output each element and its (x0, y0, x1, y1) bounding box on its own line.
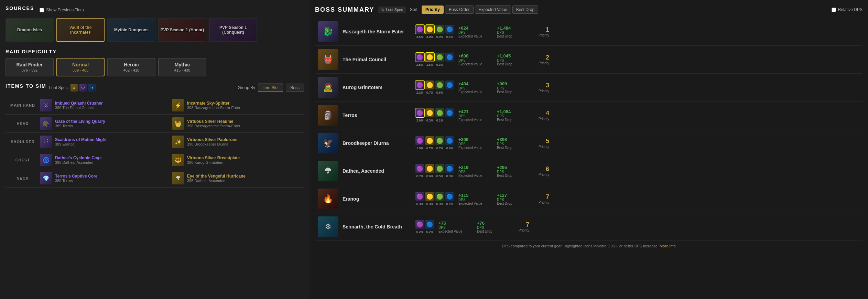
sources-title: SOURCES (6, 6, 34, 11)
boss-portrait: 🦅 (318, 133, 338, 153)
boss-best-drop: +909 DPS Best Drop (497, 81, 531, 94)
diff-mythic[interactable]: Mythic 415 - 430 (158, 58, 206, 76)
footer-note: DPS compared to your current gear. Highl… (315, 241, 862, 251)
item-cell: 🌀 Dathea's Cyclonic Cage 395 Dathea, Asc… (40, 154, 172, 166)
diff-raid-finder[interactable]: Raid Finder 376 - 392 (6, 58, 54, 76)
boss-icon: 🔵 (445, 53, 454, 62)
boss-icons: 🟣 🟡 🟢 🔵 1.0% 0.7% 0.7% 0.6% (415, 136, 454, 150)
item-sub: 395 Dathea, Ascended (55, 160, 102, 164)
more-info-link[interactable]: More Info (660, 244, 675, 248)
boss-icon: 🟡 (425, 108, 434, 117)
table-row: CHEST 🌀 Dathea's Cyclonic Cage 395 Dathe… (6, 151, 304, 169)
boss-expected-value: +115 DPS Expected Value (458, 193, 493, 205)
group-by-boss[interactable]: Boss (286, 84, 304, 92)
item-info: Imbued Qalashi Crusher 389 The Primal Co… (55, 101, 103, 110)
slot-label-main-hand: MAIN HAND (6, 103, 40, 107)
loot-spec-icon-3[interactable]: ✦ (88, 84, 96, 92)
item-sub: 398 Raszageth the Storm-Eater (187, 124, 240, 128)
boss-icon: 🟢 (435, 136, 444, 145)
loot-spec-label: Loot Spec (49, 85, 68, 90)
item-sub: 398 Kurog Grimtotem (187, 160, 240, 164)
relative-dps-toggle[interactable]: Relative DPS (832, 7, 862, 12)
boss-icon: 🟡 (425, 53, 434, 62)
boss-icon: 🟣 (415, 53, 424, 62)
item-icon: 🌪 (172, 172, 184, 184)
source-tile-vault[interactable]: Vault of the Incarnates (56, 18, 105, 42)
source-tile-pvp-honor[interactable]: PVP Season 1 (Honor) (158, 18, 206, 42)
boss-portrait: 🗿 (318, 105, 338, 126)
boss-icon: 🔵 (445, 136, 454, 145)
show-previous-checkbox[interactable] (40, 8, 44, 12)
sort-best-drop-btn[interactable]: Best Drop (512, 6, 538, 14)
boss-name: Dathea, Ascended (343, 168, 411, 174)
item-cell: ⚔ Imbued Qalashi Crusher 389 The Primal … (40, 99, 172, 111)
boss-expected-value: +608 DPS Expected Value (458, 53, 493, 66)
item-info: Terros's Captive Core 389 Terros (55, 174, 97, 183)
source-tile-pvp-conquest[interactable]: PVP Season 1 (Conquest) (209, 18, 257, 42)
boss-expected-value: +219 DPS Expected Value (458, 165, 493, 178)
boss-priority: 6 Priority (535, 165, 549, 177)
boss-icons: 🟣 🟡 🟢 🔵 2.5% 1.6% 0.3% (415, 53, 454, 66)
boss-icon: 🔵 (445, 164, 454, 173)
boss-icon: 🟣 (415, 136, 424, 145)
source-tiles-container: Dragon Isles Vault of the Incarnates Myt… (6, 18, 304, 42)
sort-expected-value-btn[interactable]: Expected Value (475, 6, 511, 14)
boss-portrait: 🐉 (318, 21, 338, 42)
item-sub: 389 Terros (55, 124, 105, 128)
boss-summary-header: BOSS SUMMARY ⚔ Loot Spec Sort Priority B… (315, 6, 862, 14)
source-tile-dragon-isles[interactable]: Dragon Isles (6, 18, 54, 42)
boss-row-raszageth: 🐉 Raszageth the Storm-Eater 🟣 🟡 🟢 🔵 3.5%… (315, 18, 862, 46)
boss-row-sennarth: ❄ Sennarth, the Cold Breath 🟣 🔵 0.2% 0.2… (315, 213, 862, 241)
boss-icon: 🟣 (415, 25, 424, 34)
item-icon: 🌀 (40, 154, 52, 166)
boss-icons: 🟣 🟡 🟢 🔵 0.7% 0.6% 0.5% 0.3% (415, 164, 454, 178)
loot-spec-badge-label: Loot Spec (386, 8, 403, 12)
diff-heroic[interactable]: Heroic 402 - 418 (107, 58, 155, 76)
items-table: MAIN HAND ⚔ Imbued Qalashi Crusher 389 T… (6, 96, 304, 188)
diff-normal[interactable]: Normal 389 - 405 (56, 58, 105, 76)
show-previous-tiers-toggle[interactable]: Show Previous Tiers (40, 8, 84, 12)
sources-section-header: SOURCES Show Previous Tiers (6, 6, 304, 14)
group-by-item-slot[interactable]: Item Slot (258, 84, 283, 92)
slot-label-chest: CHEST (6, 158, 40, 162)
item-name: Gaze of the Living Quarry (55, 119, 105, 124)
items-to-sim-title: ITEMS TO SIM (6, 83, 46, 89)
raid-difficulty-section: RAID DIFFICULTY Raid Finder 376 - 392 No… (6, 49, 304, 76)
boss-name: Sennarth, the Cold Breath (343, 224, 411, 229)
boss-row-primal-council: 👹 The Primal Council 🟣 🟡 🟢 🔵 2.5% 1.6% 0… (315, 46, 862, 74)
sort-boss-order-btn[interactable]: Boss Order (445, 6, 474, 14)
boss-icons: 🟣 🟡 🟢 🔵 2.2% 0.7% 0.6% (415, 81, 454, 94)
boss-icon: 🟡 (425, 136, 434, 145)
group-by-row: Group By Item Slot Boss (238, 84, 304, 92)
item-icon: 🔱 (172, 154, 184, 166)
boss-portrait: 👹 (318, 49, 338, 70)
item-info: Incarnate Sky-Splitter 398 Raszageth the… (187, 101, 240, 110)
item-name: Terros's Captive Core (55, 174, 97, 179)
item-icon: ✨ (172, 136, 184, 148)
boss-icon: 🟢 (435, 81, 444, 89)
boss-best-drop: +127 DPS Best Drop (497, 193, 531, 205)
boss-icon: 🟣 (415, 192, 424, 201)
boss-best-drop: +1,045 DPS Best Drop (497, 53, 531, 66)
boss-name: The Primal Council (343, 57, 411, 62)
sort-priority-btn[interactable]: Priority (422, 6, 444, 14)
show-previous-label: Show Previous Tiers (46, 8, 84, 12)
boss-expected-value: +306 DPS Expected Value (458, 137, 493, 150)
boss-priority: 7 Priority (516, 221, 529, 232)
group-by-label: Group By (238, 85, 255, 90)
item-icon: 💎 (40, 172, 52, 184)
relative-dps-checkbox[interactable] (832, 8, 836, 12)
boss-row-kurog: 🧟 Kurog Grimtotem 🟣 🟡 🟢 🔵 2.2% 0.7% 0.6%… (315, 74, 862, 102)
boss-best-drop: +295 DPS Best Drop (497, 165, 531, 178)
boss-row-eranog: 🔥 Eranog 🟣 🟡 🟢 🔵 0.3% 0.3% 0.3% 0.2% +11… (315, 185, 862, 213)
boss-expected-value: +75 DPS Expected Value (438, 221, 473, 233)
boss-name: Terros (343, 113, 411, 118)
item-cell: 🔱 Virtuous Silver Breastplate 398 Kurog … (172, 154, 304, 166)
source-tile-mythic-dungeons[interactable]: Mythic Dungeons (107, 18, 155, 42)
boss-icon: 🟢 (435, 108, 444, 117)
table-row: MAIN HAND ⚔ Imbued Qalashi Crusher 389 T… (6, 96, 304, 115)
loot-spec-icon-1[interactable]: ⚔ (70, 84, 78, 92)
slot-label-head: HEAD (6, 121, 40, 126)
loot-spec-icon-2[interactable]: 🛡 (79, 84, 87, 92)
item-info: Eye of the Vengeful Hurricane 395 Dathea… (187, 174, 246, 183)
